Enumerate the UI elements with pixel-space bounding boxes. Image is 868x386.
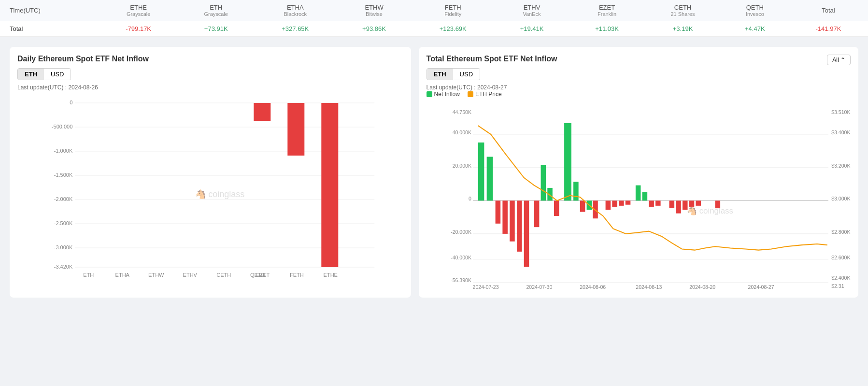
svg-text:-2.000K: -2.000K: [54, 196, 73, 202]
chart-legend: Net Inflow ETH Price: [427, 91, 851, 98]
total-chart-title: Total Ethereum Spot ETF Net Inflow: [427, 55, 851, 63]
bar-neg-10: [605, 200, 611, 210]
svg-text:0: 0: [469, 196, 471, 201]
svg-text:44.750K: 44.750K: [452, 109, 471, 115]
svg-text:$3.000K: $3.000K: [831, 196, 850, 201]
table-row: Total-799.17K+73.91K+327.65K+93.86K+123.…: [0, 21, 868, 37]
summary-table: Time(UTC)ETHEGrayscaleETHGrayscaleETHABl…: [0, 0, 868, 37]
row-value: +327.65K: [254, 21, 337, 37]
table-header: QETHInvesco: [721, 0, 789, 21]
bar-neg-5: [524, 200, 529, 267]
bar-pos-6: [573, 182, 579, 200]
svg-text:CETH: CETH: [216, 272, 231, 278]
bar-neg-12: [619, 200, 624, 206]
table-header: ETHABlackrock: [254, 0, 337, 21]
svg-text:🐴 coinglass: 🐴 coinglass: [687, 206, 733, 216]
svg-text:EZET: EZET: [256, 272, 270, 278]
svg-text:$2.31: $2.31: [831, 283, 844, 289]
daily-eth-btn[interactable]: ETH: [18, 69, 44, 80]
all-button[interactable]: All ⌃: [827, 55, 851, 65]
table-header: ETHWBitwise: [337, 0, 412, 21]
row-label: Total: [0, 21, 99, 37]
table-header: ETHGrayscale: [178, 0, 254, 21]
svg-text:-1.000K: -1.000K: [54, 148, 73, 154]
svg-text:$3.200K: $3.200K: [831, 163, 850, 169]
bar-neg-13: [625, 200, 630, 204]
svg-text:-2.500K: -2.500K: [54, 220, 73, 226]
row-value: +73.91K: [178, 21, 254, 37]
svg-text:-1.500K: -1.500K: [54, 172, 73, 178]
bar-neg-16: [669, 200, 674, 208]
eth-price-dot: [468, 91, 473, 97]
bar-neg-4: [517, 200, 522, 252]
bar-neg-6: [534, 200, 539, 227]
svg-text:2024-08-13: 2024-08-13: [636, 284, 662, 290]
total-last-update: Last update(UTC) : 2024-08-27: [427, 84, 851, 91]
table-header: FETHFidelity: [412, 0, 494, 21]
table-header: EZETFranklin: [569, 0, 645, 21]
svg-text:$2.400K: $2.400K: [831, 275, 850, 281]
bar-pos-3: [541, 165, 546, 200]
total-chart-container: 44.750K 40.000K 20.000K 0 -20.000K -40.0…: [427, 106, 851, 290]
daily-chart-container: 0 -500.000 -1.000K -1.500K -2.000K -2.50…: [17, 96, 403, 279]
svg-text:$3.400K: $3.400K: [831, 129, 850, 135]
daily-chart-panel: Daily Ethereum Spot ETF Net Inflow ETH U…: [10, 47, 411, 298]
bar-pos-8: [635, 186, 640, 201]
svg-text:FETH: FETH: [290, 272, 304, 278]
bar-neg-7: [554, 200, 559, 216]
total-usd-btn[interactable]: USD: [453, 69, 480, 80]
svg-text:-20.000K: -20.000K: [451, 229, 471, 235]
net-inflow-legend: Net Inflow: [427, 91, 460, 98]
svg-text:2024-07-23: 2024-07-23: [472, 284, 498, 290]
svg-text:ETHW: ETHW: [148, 272, 164, 278]
daily-chart-svg: 0 -500.000 -1.000K -1.500K -2.000K -2.50…: [17, 96, 403, 279]
svg-text:ETHA: ETHA: [115, 272, 130, 278]
bar-neg-3: [510, 200, 515, 241]
bar-neg-14: [649, 200, 654, 207]
net-inflow-label: Net Inflow: [434, 91, 460, 98]
row-value: -799.17K: [99, 21, 178, 37]
daily-last-update: Last update(UTC) : 2024-08-26: [17, 84, 403, 91]
bar-feth: [287, 103, 304, 156]
daily-chart-title: Daily Ethereum Spot ETF Net Inflow: [17, 55, 403, 63]
bar-neg-8: [580, 200, 585, 212]
row-value: -141.97K: [789, 21, 868, 37]
svg-text:$2.800K: $2.800K: [831, 229, 850, 235]
row-value: +19.41K: [494, 21, 569, 37]
svg-text:2024-08-27: 2024-08-27: [748, 284, 774, 290]
bar-ethe: [321, 103, 338, 267]
bar-pos-9: [642, 192, 647, 200]
net-inflow-dot: [427, 91, 432, 97]
summary-table-container: Time(UTC)ETHEGrayscaleETHGrayscaleETHABl…: [0, 0, 868, 37]
bar-neg-15: [655, 200, 661, 206]
bar-ezet: [254, 103, 270, 121]
svg-text:0: 0: [70, 100, 72, 105]
row-value: +123.69K: [412, 21, 494, 37]
svg-text:$2.600K: $2.600K: [831, 255, 850, 260]
eth-price-label: ETH Price: [475, 91, 502, 98]
bar-neg-11: [612, 200, 617, 207]
svg-text:2024-08-06: 2024-08-06: [580, 284, 606, 290]
row-value: +93.86K: [337, 21, 412, 37]
total-eth-btn[interactable]: ETH: [427, 69, 453, 80]
svg-text:$3.510K: $3.510K: [831, 109, 850, 115]
svg-text:-40.000K: -40.000K: [451, 255, 471, 260]
table-header: Total: [789, 0, 868, 21]
svg-text:ETH: ETH: [83, 272, 94, 278]
svg-text:20.000K: 20.000K: [452, 163, 471, 169]
bar-pos-1: [478, 143, 484, 200]
bar-neg-1: [495, 200, 500, 224]
total-chart-svg: 44.750K 40.000K 20.000K 0 -20.000K -40.0…: [427, 106, 851, 290]
daily-usd-btn[interactable]: USD: [44, 69, 71, 80]
total-chart-panel: All ⌃ Total Ethereum Spot ETF Net Inflow…: [419, 47, 858, 298]
svg-text:40.000K: 40.000K: [452, 129, 471, 135]
svg-text:🐴 coinglass: 🐴 coinglass: [195, 189, 244, 200]
svg-text:-3.000K: -3.000K: [54, 244, 73, 250]
svg-text:-56.390K: -56.390K: [451, 277, 471, 283]
row-value: +11.03K: [569, 21, 645, 37]
row-value: +4.47K: [721, 21, 789, 37]
table-header: Time(UTC): [0, 0, 99, 21]
table-header: CETH21 Shares: [644, 0, 721, 21]
svg-text:ETHE: ETHE: [324, 272, 338, 278]
bar-neg-20: [696, 200, 701, 206]
